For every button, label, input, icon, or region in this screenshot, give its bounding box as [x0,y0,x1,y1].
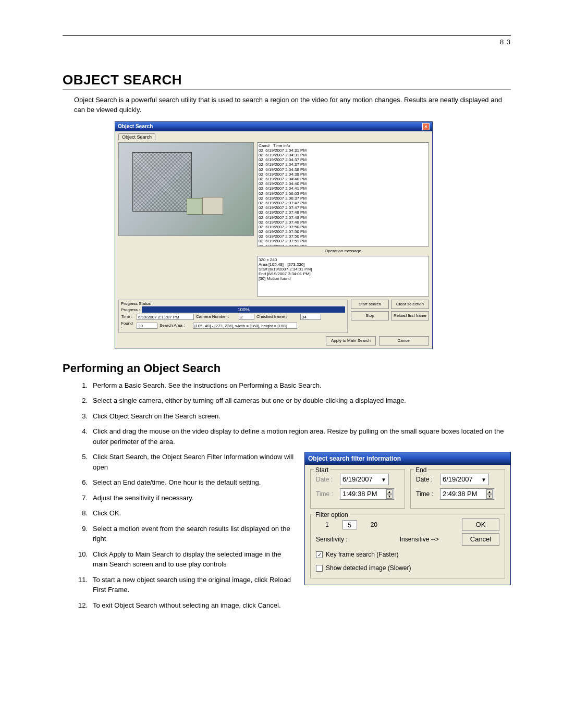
spin-up-icon[interactable]: ▲ [486,489,493,494]
time-label: Time : [121,314,134,319]
spin-up-icon[interactable]: ▲ [386,489,393,494]
show-detected-checkbox[interactable] [316,565,323,572]
end-time-input[interactable]: 2:49:38 PM ▲▼ [440,488,494,500]
step-8: 8.Click OK. [78,508,294,519]
filter-option-group: Filter option 1 5 20 OK Sensitivity [310,514,505,578]
operation-message-label: Operation message [257,249,429,253]
step-10: 10.Click Apply to Main Search to display… [78,549,294,570]
intro-paragraph: Object Search is a powerful search utili… [74,95,511,115]
spin-down-icon[interactable]: ▼ [486,494,493,499]
filter-dialog-titlebar: Object search filter information [305,452,510,465]
desk-shape [202,197,223,215]
checked-frame-label: Checked frame : [256,314,298,319]
object-search-window: Object Search × Object Search Cam# Time … [115,121,433,349]
step-6: 6.Select an End date/time. One hour is t… [78,477,294,488]
step-3: 3.Click Object Search on the Search scre… [78,411,511,422]
end-group: End Date : 6/19/2007▼ Time : [410,469,505,509]
stop-button[interactable]: Stop [351,311,389,320]
tick-1: 1 [325,520,329,529]
insensitive-label: Insensitive --> [400,535,439,544]
found-label: Found : [121,321,134,330]
cancel-button[interactable]: Cancel [379,336,429,346]
subsection-title: Performing an Object Search [63,362,511,375]
camera-number-value: 2 [239,314,254,320]
video-preview[interactable] [118,142,254,236]
step-11: 11.To start a new object search using th… [78,575,294,595]
progress-status-group: Progress Status Progress : 100% Time : 6… [118,300,348,333]
cancel-dialog-button[interactable]: Cancel [462,533,499,546]
desk-shape-2 [187,198,202,215]
page-number: 8 3 [63,38,511,46]
camera-number-label: Camera Number : [196,314,237,319]
results-header: Cam# Time info [259,143,290,148]
chevron-down-icon[interactable]: ▼ [381,476,386,484]
results-list[interactable]: Cam# Time info 02 6/19/2007 2:04:31 PM 0… [257,142,429,246]
end-time-label: Time : [416,489,437,499]
step-7: 7.Adjust the sensitivity if necessary. [78,493,294,503]
progress-sublabel: Progress : [121,307,140,312]
keyframe-label: Key frame search (Faster) [326,550,398,559]
found-value: 30 [137,323,157,329]
end-date-label: Date : [416,475,437,484]
section-title: OBJECT SEARCH [63,72,511,88]
keyframe-checkbox[interactable]: ✓ [316,551,323,558]
search-area-value: [105, 48] - [273, 236], width = [168], h… [193,323,297,329]
tab-object-search[interactable]: Object Search [118,133,155,140]
section-rule [63,89,511,90]
clear-selection-button[interactable]: Clear selection [391,300,429,309]
progress-bar: 100% [142,306,345,313]
header-rule [63,35,511,36]
filter-option-label: Filter option [314,510,350,520]
results-body: 02 6/19/2007 2:04:31 PM 02 6/19/2007 2:0… [259,148,307,246]
apply-to-main-search-button[interactable]: Apply to Main Search [326,336,376,346]
start-search-button[interactable]: Start search [351,300,389,309]
checked-frame-value: 34 [300,314,321,320]
window-title: Object Search [118,124,153,129]
titlebar: Object Search × [115,122,432,131]
spin-down-icon[interactable]: ▼ [386,494,393,499]
filter-dialog-title: Object search filter information [308,454,401,463]
start-group: Start Date : 6/19/2007▼ Time : [310,469,405,509]
start-date-input[interactable]: 6/19/2007▼ [340,474,389,485]
step-2: 2.Select a single camera, either by turn… [78,396,511,406]
chevron-down-icon[interactable]: ▼ [481,476,486,484]
progress-status-label: Progress Status [121,301,345,306]
step-4: 4.Click and drag the mouse on the video … [78,426,511,447]
tick-20: 20 [371,520,377,529]
reload-first-frame-button[interactable]: Reload first frame [391,311,429,320]
time-value: 6/19/2007 2:11:07 PM [137,314,194,320]
ok-button[interactable]: OK [462,519,499,531]
start-group-label: Start [314,465,330,475]
step-5: 5.Click Start Search, the Object Search … [78,452,294,472]
step-1: 1.Perform a Basic Search. See the instru… [78,380,511,391]
search-area-label: Search Area : [160,323,191,328]
step-9: 9.Select a motion event from the search … [78,524,294,544]
sensitivity-label: Sensitivity : [316,535,348,544]
operation-message: 320 x 240 Area [105,48] - [273,236] Star… [257,256,429,297]
start-date-label: Date : [316,475,337,484]
show-detected-label: Show detected image (Slower) [326,563,411,573]
sensitivity-value[interactable]: 5 [342,520,357,529]
start-time-label: Time : [316,489,337,499]
end-group-label: End [414,465,428,475]
filter-dialog: Object search filter information Start D… [304,452,511,585]
close-icon[interactable]: × [422,123,430,130]
start-time-input[interactable]: 1:49:38 PM ▲▼ [340,488,394,500]
end-date-input[interactable]: 6/19/2007▼ [440,474,489,485]
step-12: 12.To exit Object Search without selecti… [78,600,294,611]
